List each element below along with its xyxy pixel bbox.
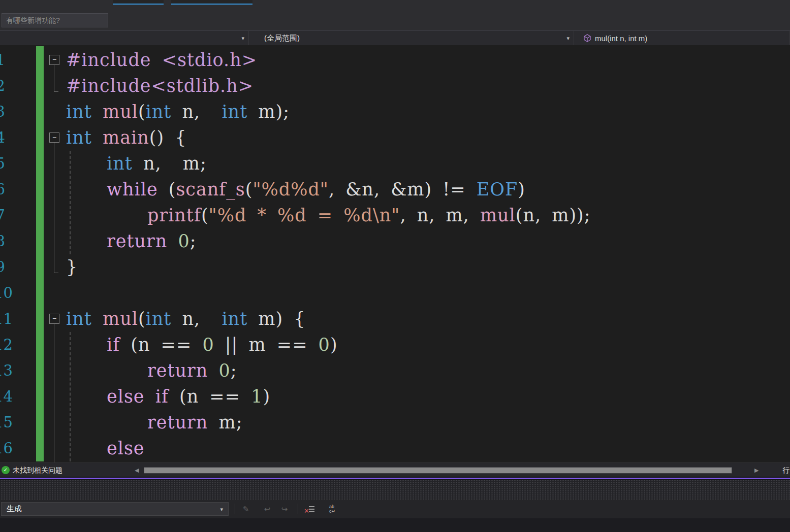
code-line[interactable]: 9} (0, 254, 790, 280)
chevron-down-icon: ▾ (241, 35, 244, 42)
scope-label: (全局范围) (264, 34, 300, 43)
line-number: 9 (0, 254, 5, 280)
line-number: 5 (0, 151, 5, 177)
feature-search-input[interactable] (2, 13, 108, 27)
chevron-down-icon: ▾ (220, 506, 223, 512)
code-line[interactable]: 1#include <stdio.h> (0, 47, 790, 73)
toolbar-fragment-1[interactable] (113, 0, 164, 5)
line-number: 2 (0, 73, 5, 99)
code-line[interactable]: 10 (0, 280, 790, 306)
scope-dropdown[interactable]: (全局范围) ▾ (249, 31, 574, 45)
output-content[interactable] (0, 518, 790, 532)
code-line[interactable]: 4int main() { (0, 125, 790, 151)
symbol-dropdown[interactable]: mul(int n, int m) (574, 31, 790, 45)
code-line[interactable]: 8return 0; (0, 228, 790, 254)
code-line[interactable]: 3int mul(int n, int m); (0, 99, 790, 125)
line-number: 15 (0, 410, 5, 436)
title-bar (0, 0, 790, 30)
line-number: 1 (0, 47, 5, 73)
line-number: 7 (0, 203, 5, 228)
line-number: 3 (0, 99, 5, 125)
fold-outline-foot (54, 273, 58, 273)
toggle-word-wrap-button[interactable]: ab c↵ (325, 502, 339, 516)
line-number: 8 (0, 228, 5, 254)
symbol-label: mul(int n, int m) (595, 34, 647, 43)
line-indicator: 行 (782, 463, 789, 477)
pencil-icon: ✎ (243, 505, 249, 514)
code-line[interactable]: 15return m; (0, 410, 790, 436)
fold-outline-foot (54, 91, 58, 92)
word-wrap-icon: ab c↵ (329, 505, 335, 514)
fold-outline-line (54, 324, 54, 462)
chevron-down-icon: ▾ (566, 35, 570, 42)
code-line[interactable]: 7printf("%d * %d = %d\n", n, m, mul(n, m… (0, 203, 790, 228)
fold-toggle-icon[interactable]: − (49, 314, 59, 324)
line-number: 16 (0, 436, 5, 461)
issues-status-message: 未找到相关问题 (13, 463, 62, 477)
code-line[interactable]: 6while (scanf_s("%d%d", &n, &m) != EOF) (0, 177, 790, 203)
indent-guide (70, 332, 71, 461)
code-line[interactable]: 16else (0, 436, 790, 461)
scrollbar-thumb[interactable] (144, 468, 732, 473)
line-number: 11 (0, 306, 5, 332)
next-message-button[interactable]: ↪ (277, 502, 292, 516)
scroll-left-arrow[interactable]: ◀ (135, 463, 139, 477)
panel-separator (0, 477, 790, 480)
code-line[interactable]: 14else if (n == 1) (0, 384, 790, 410)
next-message-icon: ↪ (281, 505, 288, 514)
prev-message-icon: ↩ (264, 505, 271, 514)
scroll-right-arrow[interactable]: ▶ (754, 463, 759, 477)
navigation-bar: ▾ (全局范围) ▾ mul(int n, int m) (0, 30, 790, 45)
code-lines: 1#include <stdio.h>2#include<stdlib.h>3i… (0, 47, 790, 461)
line-number: 12 (0, 332, 5, 358)
panel-grip[interactable] (0, 480, 790, 500)
line-number: 6 (0, 177, 5, 203)
fold-toggle-icon[interactable]: − (49, 132, 59, 143)
clear-all-icon: ✕ (305, 505, 314, 513)
line-number: 4 (0, 125, 5, 151)
line-number: 13 (0, 358, 5, 384)
modified-lines-bar (36, 46, 44, 461)
goto-source-button[interactable]: ✎ (239, 502, 253, 516)
project-dropdown[interactable]: ▾ (0, 31, 249, 45)
editor[interactable]: 1#include <stdio.h>2#include<stdlib.h>3i… (0, 45, 790, 462)
horizontal-scrollbar[interactable] (144, 467, 732, 474)
fold-outline-line (54, 143, 54, 273)
fold-outline-line (54, 65, 54, 91)
previous-message-button[interactable]: ↩ (260, 502, 274, 516)
method-cube-icon (583, 34, 591, 42)
code-line[interactable]: 13return 0; (0, 358, 790, 384)
clear-all-button[interactable]: ✕ (303, 502, 317, 516)
fold-toggle-icon[interactable]: − (49, 55, 59, 65)
line-number: 10 (0, 280, 5, 306)
toolbar-separator (235, 504, 235, 514)
code-line[interactable]: 11int mul(int n, int m) { (0, 306, 790, 332)
no-issues-check-icon: ✓ (2, 466, 10, 474)
output-source-label: 生成 (7, 504, 22, 514)
output-toolbar: 生成 ▾ ✎ ↩ ↪ ✕ ab c↵ (0, 500, 790, 518)
code-line[interactable]: 2#include<stdlib.h> (0, 73, 790, 99)
vs-window: ▾ (全局范围) ▾ mul(int n, int m) 1#include <… (0, 0, 790, 532)
line-number: 14 (0, 384, 5, 410)
indent-guide (70, 151, 71, 254)
toolbar-separator (298, 504, 298, 514)
output-source-dropdown[interactable]: 生成 ▾ (1, 502, 229, 516)
editor-status-row: ✓ 未找到相关问题 ◀ ▶ 行 (0, 462, 790, 477)
toolbar-fragment-2[interactable] (171, 0, 252, 5)
code-line[interactable]: 5int n, m; (0, 151, 790, 177)
code-line[interactable]: 12if (n == 0 || m == 0) (0, 332, 790, 358)
